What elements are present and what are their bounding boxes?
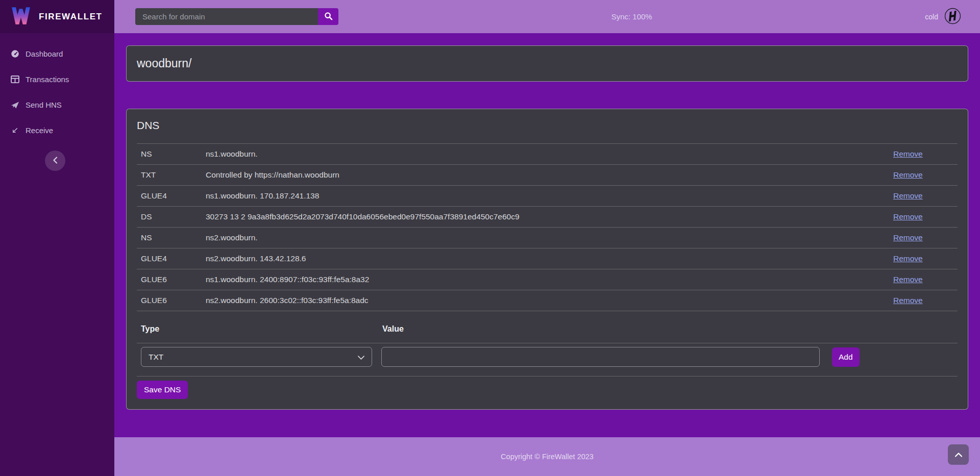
remove-record-link[interactable]: Remove	[893, 275, 923, 284]
main-column: Sync: 100% cold woodburn/ DNS	[114, 0, 980, 476]
dns-record-type: NS	[137, 228, 202, 248]
sidebar-item-label: Receive	[26, 126, 53, 135]
record-type-selected-value: TXT	[149, 353, 163, 362]
domain-title-card: woodburn/	[126, 45, 968, 82]
wallet-status-group: cold	[925, 8, 961, 26]
sidebar: FIREWALLET Dashboard	[0, 0, 114, 476]
sidebar-item-send-hns[interactable]: Send HNS	[10, 101, 114, 109]
sidebar-item-label: Transactions	[26, 75, 69, 84]
dns-record-row: GLUE4 ns2.woodburn. 143.42.128.6 Remove	[137, 248, 958, 269]
remove-record-link[interactable]: Remove	[893, 233, 923, 242]
dns-record-type: NS	[137, 144, 202, 165]
dns-record-row: NS ns1.woodburn. Remove	[137, 144, 958, 165]
sidebar-nav: Dashboard Transactions S	[0, 49, 114, 135]
brand-name: FIREWALLET	[39, 12, 103, 22]
dns-record-row: DS 30273 13 2 9a3a8fb3d625d2a2073d740f10…	[137, 207, 958, 228]
dns-records-body: NS ns1.woodburn. Remove TXT Controlled b…	[137, 144, 958, 311]
transactions-table-icon	[10, 76, 20, 83]
page-title: woodburn/	[137, 57, 191, 70]
sidebar-item-label: Send HNS	[26, 101, 62, 109]
domain-search-group	[135, 8, 338, 25]
dns-record-type: GLUE4	[137, 186, 202, 207]
handshake-logo-icon	[944, 8, 961, 26]
dns-record-value: 30273 13 2 9a3a8fb3d625d2a2073d740f10da6…	[202, 207, 889, 228]
chevron-left-icon	[53, 157, 58, 165]
dns-records-table: NS ns1.woodburn. Remove TXT Controlled b…	[137, 143, 958, 311]
dns-record-row: NS ns2.woodburn. Remove	[137, 228, 958, 248]
firewallet-w-logo-icon	[10, 5, 32, 29]
sidebar-collapse-button[interactable]	[45, 151, 65, 171]
domain-search-input[interactable]	[135, 8, 318, 25]
add-record-button[interactable]: Add	[832, 347, 860, 367]
app-window: FIREWALLET Dashboard	[0, 0, 980, 476]
remove-record-link[interactable]: Remove	[893, 170, 923, 179]
copyright-text: Copyright © FireWallet 2023	[501, 453, 594, 461]
sidebar-item-receive[interactable]: Receive	[10, 126, 114, 135]
wallet-menu-button[interactable]	[944, 8, 961, 26]
sidebar-item-dashboard[interactable]: Dashboard	[10, 49, 114, 58]
dns-record-value: ns1.woodburn. 170.187.241.138	[202, 186, 889, 207]
dns-record-type: GLUE4	[137, 248, 202, 269]
remove-record-link[interactable]: Remove	[893, 149, 923, 158]
topbar: Sync: 100% cold	[114, 0, 980, 33]
dns-card: DNS NS ns1.woodburn. Remove TXT Controll…	[126, 109, 968, 410]
dns-add-record-row: TXT Add	[137, 343, 958, 377]
dns-form-header: Type Value	[137, 318, 958, 343]
dns-record-row: GLUE4 ns1.woodburn. 170.187.241.138 Remo…	[137, 186, 958, 207]
dns-record-type: GLUE6	[137, 269, 202, 290]
remove-record-link[interactable]: Remove	[893, 254, 923, 263]
receive-arrow-icon	[10, 127, 20, 134]
value-column-header: Value	[382, 324, 404, 334]
sync-status: Sync: 100%	[338, 12, 925, 21]
record-type-select[interactable]: TXT	[141, 347, 372, 367]
sidebar-item-label: Dashboard	[26, 49, 63, 58]
chevron-down-icon	[358, 353, 364, 362]
remove-record-link[interactable]: Remove	[893, 191, 923, 200]
save-dns-button[interactable]: Save DNS	[137, 381, 188, 399]
dns-record-value: ns2.woodburn.	[202, 228, 889, 248]
chevron-up-icon	[955, 451, 962, 459]
send-paper-plane-icon	[10, 101, 20, 109]
magnifier-search-icon	[324, 12, 333, 22]
footer: Copyright © FireWallet 2023	[114, 437, 980, 476]
dns-record-value: ns2.woodburn. 143.42.128.6	[202, 248, 889, 269]
dns-record-value: ns1.woodburn.	[202, 144, 889, 165]
dns-record-row: TXT Controlled by https://nathan.woodbur…	[137, 165, 958, 186]
wallet-name-label: cold	[925, 13, 938, 21]
dns-record-value: ns2.woodburn. 2600:3c02::f03c:93ff:fe5a:…	[202, 290, 889, 311]
dns-record-row: GLUE6 ns2.woodburn. 2600:3c02::f03c:93ff…	[137, 290, 958, 311]
search-button[interactable]	[318, 8, 338, 25]
record-value-input[interactable]	[381, 347, 820, 367]
dns-record-row: GLUE6 ns1.woodburn. 2400:8907::f03c:93ff…	[137, 269, 958, 290]
brand-header[interactable]: FIREWALLET	[0, 0, 114, 33]
dns-record-value: Controlled by https://nathan.woodburn	[202, 165, 889, 186]
remove-record-link[interactable]: Remove	[893, 212, 923, 221]
content-area: woodburn/ DNS NS ns1.woodburn. Remove TX…	[114, 33, 980, 437]
remove-record-link[interactable]: Remove	[893, 296, 923, 305]
type-column-header: Type	[141, 324, 382, 334]
scroll-to-top-button[interactable]	[948, 444, 969, 465]
dns-section-title: DNS	[137, 119, 958, 132]
dns-record-type: DS	[137, 207, 202, 228]
dns-record-type: TXT	[137, 165, 202, 186]
dns-record-value: ns1.woodburn. 2400:8907::f03c:93ff:fe5a:…	[202, 269, 889, 290]
dashboard-gauge-icon	[10, 49, 20, 58]
dns-record-type: GLUE6	[137, 290, 202, 311]
sidebar-item-transactions[interactable]: Transactions	[10, 75, 114, 84]
